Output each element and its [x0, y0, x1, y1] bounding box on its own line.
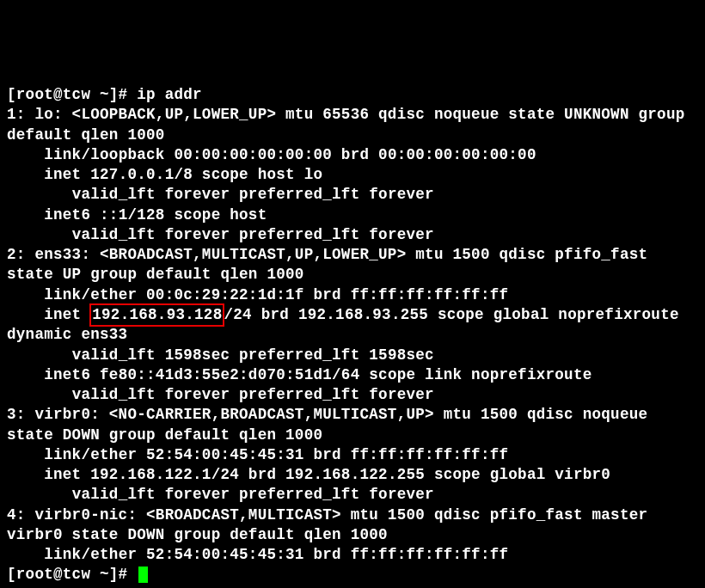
- cursor-icon: [138, 567, 148, 583]
- output-line: valid_lft forever preferred_lft forever: [7, 185, 698, 205]
- output-line: 3: virbr0: <NO-CARRIER,BROADCAST,MULTICA…: [7, 405, 698, 445]
- shell-prompt: [root@tcw ~]#: [7, 86, 137, 103]
- output-line: 2: ens33: <BROADCAST,MULTICAST,UP,LOWER_…: [7, 245, 698, 285]
- typed-command: ip addr: [137, 86, 202, 103]
- output-line: valid_lft forever preferred_lft forever: [7, 225, 698, 245]
- prompt-line-1: [root@tcw ~]# ip addr: [7, 85, 698, 105]
- output-line-highlighted-ip: inet 192.168.93.128/24 brd 192.168.93.25…: [7, 305, 698, 346]
- inet-prefix-text: inet: [7, 306, 90, 323]
- output-line: link/ether 52:54:00:45:45:31 brd ff:ff:f…: [7, 445, 698, 465]
- output-line: link/loopback 00:00:00:00:00:00 brd 00:0…: [7, 145, 698, 165]
- output-line: inet6 ::1/128 scope host: [7, 205, 698, 225]
- output-line: valid_lft forever preferred_lft forever: [7, 485, 698, 505]
- output-line: 4: virbr0-nic: <BROADCAST,MULTICAST> mtu…: [7, 505, 698, 546]
- terminal-output[interactable]: [root@tcw ~]# ip addr1: lo: <LOOPBACK,UP…: [7, 85, 698, 585]
- highlighted-ip-address: 192.168.93.128: [92, 306, 222, 323]
- output-line: valid_lft forever preferred_lft forever: [7, 385, 698, 405]
- output-line: inet 192.168.122.1/24 brd 192.168.122.25…: [7, 465, 698, 485]
- output-line: 1: lo: <LOOPBACK,UP,LOWER_UP> mtu 65536 …: [7, 105, 698, 145]
- shell-prompt: [root@tcw ~]#: [7, 566, 137, 583]
- output-line: inet6 fe80::41d3:55e2:d070:51d1/64 scope…: [7, 365, 698, 385]
- highlight-box-icon: 192.168.93.128: [89, 303, 224, 327]
- output-line: inet 127.0.0.1/8 scope host lo: [7, 165, 698, 185]
- output-line: link/ether 52:54:00:45:45:31 brd ff:ff:f…: [7, 545, 698, 565]
- output-line: link/ether 00:0c:29:22:1d:1f brd ff:ff:f…: [7, 285, 698, 305]
- prompt-line-2[interactable]: [root@tcw ~]#: [7, 565, 698, 585]
- output-line: valid_lft 1598sec preferred_lft 1598sec: [7, 346, 698, 365]
